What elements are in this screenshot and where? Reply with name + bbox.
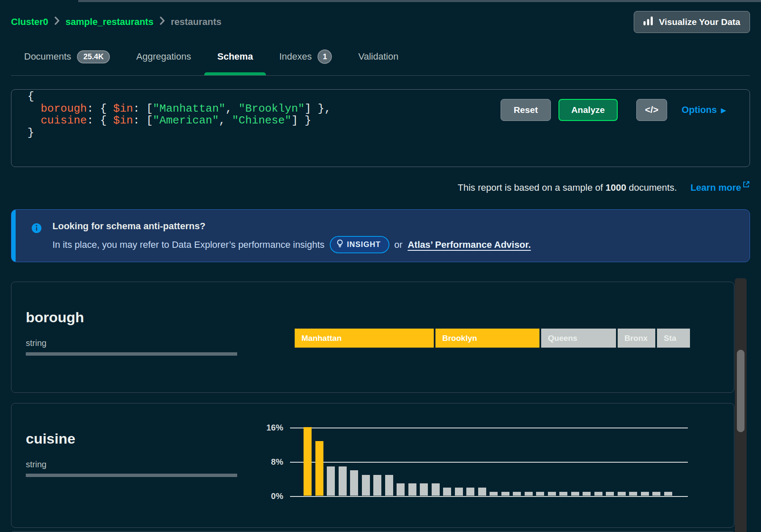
banner-title: Looking for schema anti-patterns? (52, 221, 205, 232)
value-segment-bronx[interactable]: Bronx (618, 329, 655, 348)
vertical-scrollbar-track[interactable] (735, 278, 747, 532)
cuisine-bar-19[interactable] (513, 492, 521, 496)
cuisine-bar-25[interactable] (583, 492, 591, 496)
cuisine-bar-28[interactable] (618, 492, 626, 496)
visualize-button-label: Visualize Your Data (659, 17, 740, 27)
field-type-cuisine[interactable]: string (26, 460, 47, 469)
cuisine-bars (304, 398, 693, 496)
vertical-scrollbar-thumb[interactable] (737, 350, 745, 432)
sample-report-line: This report is based on a sample of 1000… (11, 180, 750, 194)
options-expand-arrow-icon: ▶ (721, 107, 726, 113)
y-axis-tick-8: 8% (249, 457, 283, 467)
cuisine-bar-12[interactable] (432, 483, 440, 496)
tab-schema[interactable]: Schema (204, 43, 266, 75)
value-segment-queens[interactable]: Queens (541, 329, 616, 348)
cuisine-bar-32[interactable] (664, 492, 672, 496)
analyze-button[interactable]: Analyze (558, 99, 617, 121)
value-segment-sta[interactable]: Sta (657, 329, 690, 348)
lightbulb-icon (337, 239, 343, 250)
main-content: Cluster0 sample_restaurants restaurants … (0, 0, 761, 532)
cuisine-bar-22[interactable] (548, 492, 556, 496)
cuisine-bar-23[interactable] (559, 492, 567, 496)
reset-button[interactable]: Reset (501, 99, 551, 121)
breadcrumb-database[interactable]: sample_restaurants (66, 16, 153, 27)
cuisine-bar-29[interactable] (629, 492, 637, 496)
cuisine-bar-3[interactable] (327, 466, 335, 496)
field-type-borough[interactable]: string (26, 338, 47, 348)
gridline-0pct (290, 496, 688, 497)
active-tab-underline (204, 72, 266, 75)
banner-or-text: or (394, 239, 403, 250)
cuisine-bar-4[interactable] (339, 466, 347, 496)
y-axis-tick-0: 0% (249, 491, 283, 501)
cuisine-bar-6[interactable] (362, 475, 370, 496)
insight-badge[interactable]: INSIGHT (330, 236, 389, 253)
header-row: Cluster0 sample_restaurants restaurants … (11, 11, 750, 33)
cuisine-bar-7[interactable] (373, 475, 381, 496)
type-distribution-bar[interactable] (26, 474, 237, 477)
tab-documents[interactable]: Documents 25.4K (11, 43, 123, 75)
y-axis-tick-16: 16% (249, 423, 283, 433)
query-actions: Reset Analyze </> Options ▶ (501, 99, 726, 121)
tab-indexes[interactable]: Indexes 1 (266, 43, 345, 75)
cuisine-bar-9[interactable] (397, 483, 405, 496)
breadcrumb: Cluster0 sample_restaurants restaurants (11, 16, 222, 27)
cuisine-bar-18[interactable] (501, 492, 509, 496)
chevron-right-icon (54, 16, 60, 27)
learn-more-link[interactable]: Learn more (690, 182, 741, 193)
cuisine-bar-2[interactable] (315, 441, 323, 496)
cuisine-bar-1[interactable] (304, 427, 312, 496)
cuisine-bar-27[interactable] (606, 492, 614, 496)
cuisine-bar-17[interactable] (490, 492, 498, 496)
insight-badge-label: INSIGHT (347, 240, 381, 249)
cuisine-bar-26[interactable] (594, 492, 602, 496)
schema-page: Cluster0 sample_restaurants restaurants … (0, 0, 761, 532)
options-link[interactable]: Options ▶ (682, 104, 726, 115)
visualize-your-data-button[interactable]: Visualize Your Data (634, 11, 750, 33)
performance-advisor-link[interactable]: Atlas’ Performance Advisor. (408, 239, 531, 250)
tab-schema-label: Schema (217, 51, 253, 62)
type-distribution-bar[interactable] (26, 352, 237, 356)
tab-aggregations[interactable]: Aggregations (123, 43, 204, 75)
cuisine-bar-14[interactable] (455, 488, 463, 496)
chevron-right-icon (159, 16, 165, 27)
cuisine-bar-11[interactable] (420, 483, 428, 496)
field-card-borough: borough string ManhattanBrooklynQueensBr… (11, 282, 734, 393)
report-text-after: documents. (626, 182, 677, 193)
documents-count-badge: 25.4K (77, 50, 110, 63)
cuisine-bar-30[interactable] (641, 492, 649, 496)
value-segment-brooklyn[interactable]: Brooklyn (435, 329, 539, 348)
info-icon (31, 222, 42, 236)
tab-validation[interactable]: Validation (345, 43, 411, 75)
cuisine-bar-5[interactable] (350, 470, 358, 496)
cuisine-bar-16[interactable] (478, 488, 486, 496)
value-segment-manhattan[interactable]: Manhattan (295, 329, 434, 348)
cuisine-bar-20[interactable] (525, 492, 533, 496)
report-sample-count: 1000 (605, 182, 626, 193)
banner-accent-stripe (11, 210, 16, 262)
options-label: Options (682, 104, 717, 115)
collection-tabs: Documents 25.4K Aggregations Schema Inde… (11, 43, 750, 76)
tab-indexes-label: Indexes (279, 51, 312, 62)
field-card-cuisine: cuisine string 16% 8% 0% (11, 403, 734, 528)
tab-aggregations-label: Aggregations (136, 51, 191, 62)
breadcrumb-cluster[interactable]: Cluster0 (11, 16, 48, 27)
cuisine-bar-8[interactable] (385, 475, 393, 496)
borough-value-bar: ManhattanBrooklynQueensBronxSta (295, 329, 734, 348)
cuisine-bar-31[interactable] (652, 492, 660, 496)
field-name-cuisine: cuisine (26, 431, 75, 447)
field-name-borough: borough (26, 309, 84, 326)
cuisine-bar-10[interactable] (408, 483, 416, 496)
indexes-count-badge: 1 (318, 49, 332, 64)
banner-body: In its place, you may refer to Data Expl… (52, 236, 531, 253)
external-link-icon (742, 180, 750, 191)
query-bar: { borough: { $in: ["Manhattan", "Brookly… (11, 89, 750, 167)
tab-validation-label: Validation (358, 51, 398, 62)
report-text-before: This report is based on a sample of (458, 182, 606, 193)
cuisine-bar-15[interactable] (466, 488, 474, 496)
cuisine-bar-21[interactable] (536, 492, 544, 496)
cuisine-bar-24[interactable] (571, 492, 579, 496)
bar-chart-icon (643, 16, 653, 27)
cuisine-bar-13[interactable] (443, 488, 451, 496)
code-toggle-button[interactable]: </> (636, 99, 668, 121)
